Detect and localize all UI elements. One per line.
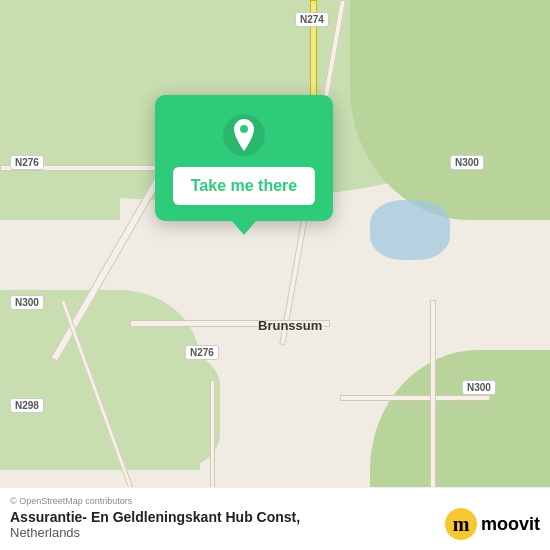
road [340, 395, 490, 401]
road-label-n298: N298 [10, 398, 44, 413]
take-me-there-button[interactable]: Take me there [173, 167, 315, 205]
road-label-n276-bottom: N276 [185, 345, 219, 360]
map-container: N274 N276 N276 N300 N300 N300 N298 Bruns… [0, 0, 550, 550]
bottom-bar: © OpenStreetMap contributors Assurantie-… [0, 487, 550, 550]
svg-point-1 [240, 125, 248, 133]
road-label-n274: N274 [295, 12, 329, 27]
location-pin-icon [222, 113, 266, 157]
popup-card: Take me there [155, 95, 333, 221]
road-label-n300-top: N300 [450, 155, 484, 170]
green-area [0, 60, 120, 220]
water-area [370, 200, 450, 260]
road-label-n276-left: N276 [10, 155, 44, 170]
town-label: Brunssum [258, 318, 322, 333]
moovit-logo-text: moovit [481, 514, 540, 535]
road [430, 300, 436, 500]
moovit-logo: m moovit [445, 508, 540, 540]
moovit-logo-letter: m [453, 513, 470, 536]
moovit-logo-circle: m [445, 508, 477, 540]
road-label-n300-left: N300 [10, 295, 44, 310]
map-attribution: © OpenStreetMap contributors [10, 496, 540, 506]
road-label-n300-mid: N300 [462, 380, 496, 395]
